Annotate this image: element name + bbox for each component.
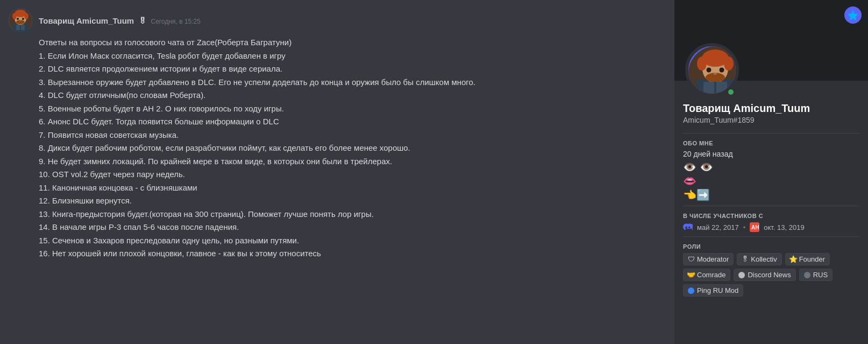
emojis-row3: 👈➡️ bbox=[683, 188, 859, 201]
panel-discriminator: Amicum_Tuum#1859 bbox=[683, 116, 859, 124]
role-badge: 🛡Moderator bbox=[683, 253, 734, 265]
role-label: Moderator bbox=[697, 255, 729, 263]
svg-point-16 bbox=[697, 57, 707, 71]
user-panel: Товарищ Amicum_Tuum Amicum_Tuum#1859 ОБО… bbox=[674, 0, 868, 344]
hypesquad-icon bbox=[844, 6, 862, 24]
role-badge: 🎖Kollectiv bbox=[737, 253, 781, 265]
role-badge: RUS bbox=[799, 269, 833, 281]
point-1: 1. Если Илон Маск согласится, Tesla робо… bbox=[39, 50, 666, 62]
role-label: Founder bbox=[799, 255, 825, 263]
server-icon: АН bbox=[750, 222, 759, 232]
avatar bbox=[9, 9, 32, 32]
about-text: 20 дней назад bbox=[683, 150, 859, 158]
role-label: Comrade bbox=[697, 271, 725, 279]
chat-area: Товарищ Amicum_Tuum 🎖 Сегодня, в 15:25 О… bbox=[0, 0, 674, 344]
role-label: Discord News bbox=[748, 271, 791, 279]
message-header: Товарищ Amicum_Tuum 🎖 Сегодня, в 15:25 bbox=[9, 9, 666, 32]
point-4: 4. DLC будет отличным(по словам Роберта)… bbox=[39, 89, 666, 102]
svg-point-19 bbox=[707, 68, 712, 73]
message-intro: Ответы на вопросы из голосового чата от … bbox=[39, 37, 666, 49]
member-since-row: май 22, 2017 • АН окт. 13, 2019 bbox=[683, 222, 859, 232]
svg-point-9 bbox=[20, 20, 22, 21]
panel-divider-2 bbox=[683, 206, 859, 206]
dot-separator: • bbox=[743, 223, 746, 231]
point-12: 12. Близняшки вернутся. bbox=[39, 195, 666, 207]
svg-point-7 bbox=[17, 18, 19, 20]
svg-point-17 bbox=[724, 57, 734, 71]
point-15: 15. Сеченов и Захаров преследовали одну … bbox=[39, 235, 666, 247]
panel-divider-3 bbox=[683, 236, 859, 237]
svg-point-20 bbox=[720, 68, 724, 73]
emojis-row1: 👁️ 👁️ bbox=[683, 160, 859, 173]
point-3: 3. Вырезанное оружие будет добавлено в D… bbox=[39, 76, 666, 89]
role-badge: Discord News bbox=[734, 269, 795, 281]
discord-date: май 22, 2017 bbox=[697, 223, 739, 231]
roles-title: РОЛИ bbox=[683, 243, 859, 250]
svg-text:АН: АН bbox=[751, 224, 759, 230]
svg-point-5 bbox=[24, 13, 29, 19]
author-emoji: 🎖 bbox=[138, 16, 146, 25]
profile-banner bbox=[674, 0, 868, 81]
message-meta: Товарищ Amicum_Tuum 🎖 Сегодня, в 15:25 bbox=[39, 16, 201, 25]
role-badge: 🤝Comrade bbox=[683, 269, 730, 281]
role-badge: ⭐Founder bbox=[785, 253, 830, 265]
message-content: Ответы на вопросы из голосового чата от … bbox=[39, 36, 666, 261]
role-badge: Ping RU Mod bbox=[683, 284, 743, 297]
point-7: 7. Появится новая советская музыка. bbox=[39, 129, 666, 142]
discord-icon bbox=[683, 222, 693, 232]
point-11: 11. Каноничная концовка - с близняшками bbox=[39, 182, 666, 194]
point-5: 5. Военные роботы будет в АН 2. О них го… bbox=[39, 103, 666, 115]
emojis-row2: 👄 bbox=[683, 174, 859, 187]
point-8: 8. Дикси будет рабочим роботом, если раз… bbox=[39, 142, 666, 155]
point-16: 16. Нет хорошей или плохой концовки, гла… bbox=[39, 248, 666, 260]
point-13: 13. Книга-предыстория будет.(которая на … bbox=[39, 208, 666, 221]
server-date: окт. 13, 2019 bbox=[764, 223, 804, 231]
point-14: 14. В начале игры Р-3 спал 5-6 часов пос… bbox=[39, 221, 666, 234]
panel-top-right bbox=[844, 6, 862, 24]
about-title: ОБО МНЕ bbox=[683, 140, 859, 146]
svg-point-21 bbox=[714, 73, 717, 75]
role-label: RUS bbox=[813, 271, 828, 279]
svg-point-4 bbox=[12, 13, 17, 19]
username: Товарищ Amicum_Tuum bbox=[39, 16, 134, 25]
svg-marker-24 bbox=[848, 10, 858, 20]
point-9: 9. Не будет зимних локаций. По крайней м… bbox=[39, 156, 666, 168]
roles-container: 🛡Moderator🎖Kollectiv⭐Founder🤝ComradeDisc… bbox=[683, 253, 859, 297]
role-label: Kollectiv bbox=[751, 255, 777, 263]
point-6: 6. Анонс DLC будет. Тогда появится больш… bbox=[39, 116, 666, 128]
svg-point-8 bbox=[22, 18, 24, 20]
online-indicator bbox=[726, 87, 736, 97]
point-10: 10. OST vol.2 будет через пару недель. bbox=[39, 169, 666, 181]
point-2: 2. DLC является продолжением истории и б… bbox=[39, 63, 666, 75]
user-panel-body: Товарищ Amicum_Tuum Amicum_Tuum#1859 ОБО… bbox=[674, 81, 868, 305]
role-label: Ping RU Mod bbox=[697, 286, 738, 294]
member-since-title: В ЧИСЛЕ УЧАСТНИКОВ С bbox=[683, 213, 859, 219]
timestamp: Сегодня, в 15:25 bbox=[151, 18, 201, 25]
panel-divider-1 bbox=[683, 133, 859, 134]
panel-username: Товарищ Amicum_Tuum bbox=[683, 102, 859, 115]
